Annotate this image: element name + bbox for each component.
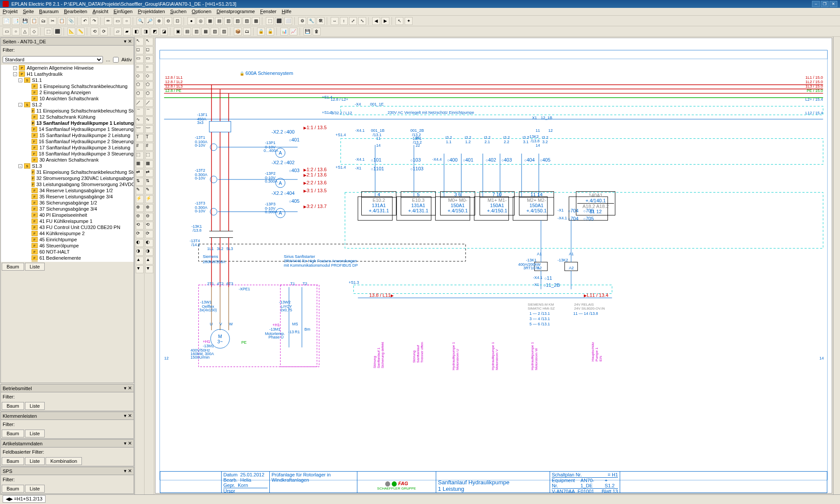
vtool-btn-18[interactable]: ⚡ <box>145 195 153 203</box>
vtool-btn-3[interactable]: ○ <box>136 64 144 72</box>
vtool-btn-1[interactable]: ◻ <box>145 46 153 54</box>
subpanel-2-tab-kombination[interactable]: Kombination <box>46 457 82 465</box>
tree-item-29[interactable]: F46 Steuerölpumpe <box>1 243 134 249</box>
close-button[interactable]: ✕ <box>829 1 837 7</box>
toolbar-btn-24[interactable]: ▦ <box>206 17 214 25</box>
toolbar-btn-36[interactable]: 🔧 <box>307 17 315 25</box>
vtool-btn-10[interactable]: 〰 <box>145 125 153 133</box>
scrollbar-v[interactable] <box>833 37 840 494</box>
filter-select[interactable]: Standard <box>3 56 103 63</box>
toolbar-btn-31[interactable]: 🔒 <box>257 28 265 35</box>
vtool-btn-6[interactable]: ⬡ <box>145 90 153 98</box>
tree-item-21[interactable]: F35 Reserve Leistungsabgänge 3/4 <box>1 194 134 200</box>
vtool-btn-18[interactable]: ⚡ <box>136 195 144 203</box>
vtool-btn-16[interactable]: ⇅ <box>145 178 153 186</box>
toolbar-btn-3[interactable]: ◇ <box>30 28 38 35</box>
nav-tab-baum[interactable]: Baum <box>2 263 24 271</box>
vtool-btn-19[interactable]: ⊕ <box>145 204 153 212</box>
subpanel-2-tab-liste[interactable]: Liste <box>25 457 45 465</box>
toolbar-btn-15[interactable]: ▰ <box>123 28 131 35</box>
toolbar-btn-2[interactable]: △ <box>21 28 29 35</box>
toolbar-btn-17[interactable]: ◨ <box>141 28 149 35</box>
vtool-btn-24[interactable]: ◑ <box>145 248 153 256</box>
vtool-btn-11[interactable]: T <box>145 134 153 142</box>
vtool-btn-25[interactable]: ▲ <box>145 257 153 264</box>
tree-item-27[interactable]: F44 Kühlkreispumpe 2 <box>1 230 134 236</box>
toolbar-btn-26[interactable]: ▨ <box>220 28 228 35</box>
toolbar-btn-40[interactable]: ↕ <box>340 17 348 25</box>
tree-item-13[interactable]: F17 Sanftanlauf Hydraulikpumpe 3 Leistun… <box>1 145 134 151</box>
subpanel-0-tab-liste[interactable]: Liste <box>25 402 45 410</box>
vtool-btn-22[interactable]: ⟳ <box>145 230 153 238</box>
tree-item-26[interactable]: F43 FU Control Unit CU320 CBE20 PN <box>1 224 134 230</box>
vtool-btn-17[interactable]: ✎ <box>145 187 153 194</box>
menu-projekt[interactable]: Projekt <box>3 9 18 14</box>
vtool-btn-8[interactable]: ⌒ <box>145 108 153 116</box>
vtool-btn-5[interactable]: ⬠ <box>145 81 153 89</box>
toolbar-btn-20[interactable]: ⊡ <box>173 17 181 25</box>
tree-item-2[interactable]: -SS1.1 <box>1 77 134 83</box>
toolbar-btn-5[interactable]: ✂ <box>49 17 56 25</box>
vtool-btn-23[interactable]: ◐ <box>136 239 144 247</box>
toolbar-btn-48[interactable]: ✦ <box>405 17 413 25</box>
toolbar-btn-41[interactable]: ⤢ <box>349 17 357 25</box>
tree-item-7[interactable]: F11 Einspeisung Schaltschrankbeleuchtung… <box>1 108 134 114</box>
tree-item-30[interactable]: F60 NOT-HALT <box>1 249 134 255</box>
vtool-btn-19[interactable]: ⊕ <box>136 204 144 212</box>
maximize-button[interactable]: ❐ <box>821 1 829 7</box>
tree-item-19[interactable]: F33 Leistungsabgang Stromversorgung 24VD… <box>1 181 134 187</box>
subpanel-3-close[interactable]: ▾ ✕ <box>124 468 132 474</box>
toolbar-btn-32[interactable]: 🔓 <box>266 28 274 35</box>
subpanel-1-close[interactable]: ▾ ✕ <box>124 413 132 419</box>
tree-item-12[interactable]: F16 Sanftanlauf Hydraulikpumpe 2 Steueru… <box>1 138 134 145</box>
vtool-btn-24[interactable]: ◑ <box>136 248 144 256</box>
vtool-btn-15[interactable]: ⇄ <box>136 169 144 177</box>
toolbar-btn-26[interactable]: ▥ <box>224 17 232 25</box>
menu-dienstprogramme[interactable]: Dienstprogramme <box>217 9 255 14</box>
filter-ellipsis[interactable]: … <box>106 57 110 62</box>
toolbar-btn-18[interactable]: ⊕ <box>155 17 163 25</box>
menu-hilfe[interactable]: Hilfe <box>282 9 291 14</box>
tree-item-25[interactable]: F41 FU Kühlkreispumpe 1 <box>1 218 134 224</box>
tree-item-0[interactable]: -PAllgemein Allgemeine Hinweise <box>1 65 134 71</box>
vtool-btn-17[interactable]: ✎ <box>136 187 144 194</box>
vtool-btn-9[interactable]: ∿ <box>136 116 144 124</box>
toolbar-btn-1[interactable]: 📑 <box>12 17 20 25</box>
toolbar-btn-44[interactable]: ◀ <box>372 17 380 25</box>
toolbar-btn-38[interactable]: 🗑 <box>313 28 321 35</box>
vtool-btn-3[interactable]: ○ <box>145 64 153 72</box>
menu-ansicht[interactable]: Ansicht <box>92 9 108 14</box>
page-tree[interactable]: -PAllgemein Allgemeine Hinweise-PH1 Last… <box>1 65 134 262</box>
tree-item-9[interactable]: F13 Sanftanlauf Hydraulikpumpe 1 Leistun… <box>1 120 134 126</box>
toolbar-btn-10[interactable]: ↷ <box>90 17 98 25</box>
vtool-btn-2[interactable]: ▭ <box>145 55 153 63</box>
toolbar-btn-0[interactable]: ▭ <box>3 28 11 35</box>
toolbar-btn-2[interactable]: 💾 <box>21 17 29 25</box>
vtool-btn-13[interactable]: ⬚ <box>145 152 153 159</box>
vtool-btn-12[interactable]: # <box>136 143 144 151</box>
toolbar-btn-34[interactable]: 📊 <box>280 28 288 35</box>
menu-optionen[interactable]: Optionen <box>192 9 212 14</box>
toolbar-btn-25[interactable]: ▧ <box>211 28 219 35</box>
toolbar-btn-13[interactable]: ▭ <box>113 17 121 25</box>
vtool-btn-25[interactable]: ▲ <box>136 257 144 264</box>
toolbar-btn-4[interactable]: 🗂 <box>39 17 47 25</box>
vtool-btn-10[interactable]: 〰 <box>136 125 144 133</box>
menu-suchen[interactable]: Suchen <box>170 9 187 14</box>
toolbar-btn-32[interactable]: ⬛ <box>275 17 283 25</box>
nav-pin-icon[interactable]: ▾ ✕ <box>124 39 132 44</box>
toolbar-btn-9[interactable]: ↶ <box>81 17 89 25</box>
toolbar-btn-37[interactable]: 💾 <box>304 28 311 35</box>
vtool-btn-20[interactable]: ⊖ <box>136 213 144 221</box>
tree-item-6[interactable]: -SS1.2 <box>1 102 134 108</box>
toolbar-btn-22[interactable]: ▤ <box>183 28 191 35</box>
toolbar-btn-23[interactable]: ◎ <box>197 17 205 25</box>
tree-item-22[interactable]: F36 Sicherungsabgänge 1/2 <box>1 200 134 206</box>
vtool-btn-22[interactable]: ⟳ <box>136 230 144 238</box>
tree-item-15[interactable]: F30 Ansichten Schaltschrank <box>1 157 134 163</box>
vtool-btn-13[interactable]: ⬚ <box>136 152 144 159</box>
aktiv-checkbox[interactable] <box>113 57 119 63</box>
toolbar-btn-16[interactable]: ◧ <box>132 28 140 35</box>
tree-item-1[interactable]: -PH1 Lasthydraulik <box>1 71 134 77</box>
tree-item-16[interactable]: -SS1.3 <box>1 163 134 169</box>
